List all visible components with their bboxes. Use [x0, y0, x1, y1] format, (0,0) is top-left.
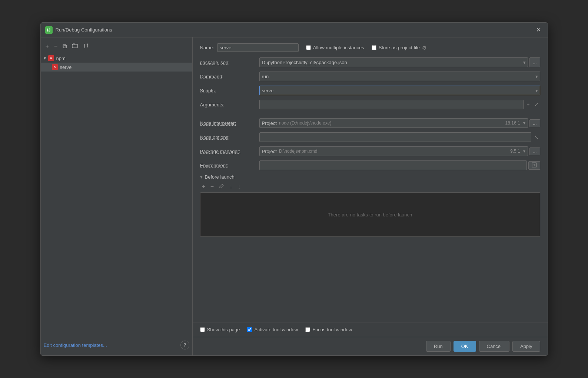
before-launch-header: ▾ Before launch: [200, 174, 540, 180]
dialog-title: Run/Debug Configurations: [56, 27, 112, 33]
before-launch-content: There are no tasks to run before launch: [200, 192, 540, 237]
package-manager-project: Project: [262, 149, 277, 154]
remove-config-button[interactable]: −: [52, 42, 59, 50]
run-button[interactable]: Run: [426, 341, 451, 352]
before-launch-section: ▾ Before launch + − ↑ ↓: [200, 174, 540, 237]
allow-multiple-label: Allow multiple instances: [313, 45, 364, 50]
before-launch-down-button[interactable]: ↓: [236, 183, 242, 191]
tree-item-serve[interactable]: n serve: [41, 63, 192, 72]
run-debug-dialog: IJ Run/Debug Configurations ✕ + − ⧉: [40, 22, 548, 356]
activate-tool-label[interactable]: Activate tool window: [247, 327, 298, 332]
content-area: + − ⧉ ▾ n npm: [41, 37, 548, 355]
ok-button[interactable]: OK: [454, 341, 476, 352]
package-json-input-group: D:\pythonProject\luffy_city\package.json…: [259, 57, 540, 67]
environment-row: Environment:: [200, 160, 540, 170]
app-icon: IJ: [45, 26, 53, 34]
environment-edit-button[interactable]: [528, 161, 540, 170]
scripts-select[interactable]: serve: [259, 86, 540, 95]
focus-tool-checkbox[interactable]: [305, 327, 310, 332]
footer: Run OK Cancel Apply: [193, 337, 548, 355]
store-project-group: Store as project file ⚙: [372, 45, 427, 51]
add-config-button[interactable]: +: [44, 42, 51, 50]
close-button[interactable]: ✕: [534, 26, 543, 34]
before-launch-add-button[interactable]: +: [200, 183, 207, 191]
name-input[interactable]: [217, 43, 299, 52]
package-manager-version: 9.5.1: [510, 149, 520, 154]
environment-label: Environment:: [200, 163, 259, 168]
package-manager-label: Package manager:: [200, 149, 259, 154]
before-launch-arrow-icon: ▾: [200, 174, 203, 180]
show-page-checkbox[interactable]: [200, 327, 205, 332]
name-group: Name:: [200, 43, 299, 52]
scripts-row: Scripts: serve ▾: [200, 85, 540, 96]
npm-child-icon: n: [52, 64, 58, 70]
arguments-expand-button[interactable]: ⤢: [533, 102, 540, 107]
package-json-label: package.json:: [200, 60, 259, 65]
title-bar-left: IJ Run/Debug Configurations: [45, 26, 112, 34]
store-project-gear-icon[interactable]: ⚙: [422, 45, 427, 51]
arguments-area: + ⤢: [259, 100, 540, 109]
arguments-row: Arguments: + ⤢: [200, 99, 540, 110]
tree-child-label: serve: [60, 64, 72, 70]
environment-input-group: [259, 160, 540, 170]
command-select-wrapper: run ▾: [259, 72, 540, 81]
package-json-select[interactable]: D:\pythonProject\luffy_city\package.json: [259, 57, 528, 67]
environment-input[interactable]: [259, 160, 527, 170]
arguments-label: Arguments:: [200, 102, 259, 107]
allow-multiple-checkbox[interactable]: [306, 45, 311, 50]
apply-button[interactable]: Apply: [512, 341, 540, 352]
node-interpreter-display: Project node (D:\nodejs\node.exe) 18.16.…: [259, 118, 528, 128]
package-manager-dropdown-icon: ▾: [523, 149, 525, 154]
node-interpreter-row: Node interpreter: Project node (D:\nodej…: [200, 118, 540, 128]
package-json-row: package.json: D:\pythonProject\luffy_cit…: [200, 57, 540, 67]
help-button[interactable]: ?: [180, 341, 189, 349]
before-launch-remove-button[interactable]: −: [209, 183, 216, 191]
node-interpreter-browse-button[interactable]: ...: [529, 119, 540, 127]
node-interpreter-project: Project: [262, 120, 277, 126]
package-manager-path: D:\nodejs\npm.cmd: [279, 149, 317, 154]
arguments-add-button[interactable]: +: [525, 102, 531, 107]
command-label: Command:: [200, 74, 259, 79]
package-manager-browse-button[interactable]: ...: [529, 147, 540, 155]
package-manager-row: Package manager: Project D:\nodejs\npm.c…: [200, 146, 540, 156]
tree-group-npm[interactable]: ▾ n npm: [41, 54, 192, 63]
node-interpreter-path: node (D:\nodejs\node.exe): [279, 120, 331, 126]
store-project-checkbox[interactable]: [372, 45, 376, 50]
left-toolbar: + − ⧉: [41, 40, 192, 54]
name-row: Name: Allow multiple instances Store as …: [200, 43, 540, 52]
node-interpreter-version: 18.16.1: [505, 120, 520, 126]
title-bar: IJ Run/Debug Configurations ✕: [41, 23, 548, 37]
node-options-label: Node options:: [200, 135, 259, 140]
npm-icon: n: [48, 55, 54, 61]
command-select[interactable]: run: [259, 72, 540, 81]
left-panel: + − ⧉ ▾ n npm: [41, 37, 193, 355]
copy-config-button[interactable]: ⧉: [61, 42, 69, 50]
package-manager-display: Project D:\nodejs\npm.cmd 9.5.1 ▾: [259, 146, 528, 156]
before-launch-empty-message: There are no tasks to run before launch: [328, 212, 412, 218]
package-manager-input-group: Project D:\nodejs\npm.cmd 9.5.1 ▾ ...: [259, 146, 540, 156]
node-options-input[interactable]: [259, 132, 531, 142]
scripts-select-wrapper: serve ▾: [259, 86, 540, 95]
right-panel: Name: Allow multiple instances Store as …: [193, 37, 548, 355]
package-json-select-wrapper: D:\pythonProject\luffy_city\package.json…: [259, 57, 528, 67]
before-launch-up-button[interactable]: ↑: [227, 183, 234, 191]
node-options-expand-button[interactable]: ⤡: [533, 134, 540, 140]
before-launch-edit-button[interactable]: [217, 183, 226, 191]
tree-arrow: ▾: [44, 56, 46, 61]
node-options-area: ⤡: [259, 132, 540, 142]
arguments-input[interactable]: [259, 100, 524, 109]
name-label: Name:: [200, 45, 214, 50]
focus-tool-label[interactable]: Focus tool window: [305, 327, 352, 332]
show-page-label[interactable]: Show this page: [200, 327, 240, 332]
left-bottom-row: Edit configuration templates... ?: [41, 338, 192, 352]
edit-templates-link[interactable]: Edit configuration templates...: [44, 342, 107, 348]
new-folder-button[interactable]: [70, 42, 80, 51]
node-options-row: Node options: ⤡: [200, 132, 540, 142]
tree-group-label: npm: [56, 56, 66, 61]
package-json-browse-button[interactable]: ...: [529, 57, 540, 67]
sort-button[interactable]: [81, 42, 91, 51]
bottom-checkboxes: Show this page Activate tool window Focu…: [193, 322, 548, 337]
scripts-label: Scripts:: [200, 88, 259, 93]
cancel-button[interactable]: Cancel: [479, 341, 509, 352]
activate-tool-checkbox[interactable]: [247, 327, 252, 332]
